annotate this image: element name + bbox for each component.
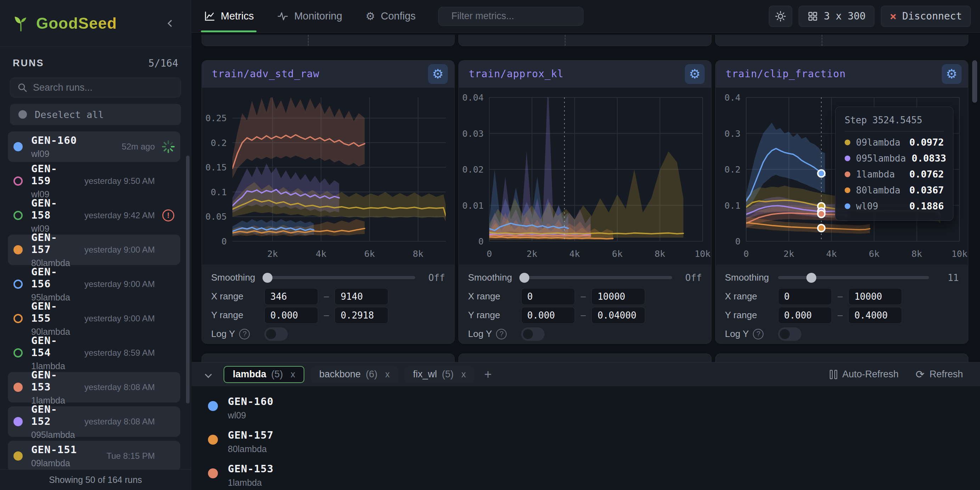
run-name: GEN-151 [31,444,77,456]
sidebar-collapse-button[interactable] [164,16,178,30]
y-range-label: Y range [211,310,264,321]
spinner-icon [161,140,175,154]
tag-run-item[interactable]: GEN-1531lambda [208,463,980,488]
run-row[interactable]: GEN-152095lambdayesterday 8:08 AM [8,406,180,437]
run-timestamp: 52m ago [122,142,155,152]
chevron-left-icon [168,20,175,27]
refresh-icon: ⟳ [916,369,924,380]
y-range-max-input[interactable] [334,307,388,324]
refresh-button[interactable]: ⟳ Refresh [916,369,963,380]
x-range-max-input[interactable] [848,288,902,305]
x-range-label: X range [725,291,778,302]
series-color-dot [845,204,850,209]
chart-settings-button[interactable]: ⚙ [942,64,962,84]
run-row[interactable]: GEN-158wl09yesterday 9:42 AM! [8,200,180,231]
log-y-row: Log Y? [725,325,959,343]
chart-controls: SmoothingOffX range–Y range–Log Y? [459,265,711,343]
remove-tag-icon[interactable]: x [385,369,390,379]
tag-run-item[interactable]: GEN-15780lambda [208,429,980,454]
run-row[interactable]: GEN-159wl09yesterday 9:50 AM [8,166,180,196]
y-range-min-input[interactable] [778,307,832,324]
svg-text:8k: 8k [413,249,423,259]
run-row[interactable]: GEN-160wl0952m ago [8,132,180,162]
x-range-min-input[interactable] [264,288,318,305]
smoothing-label: Smoothing [468,272,521,283]
smoothing-slider[interactable] [778,276,929,279]
tab-metrics[interactable]: Metrics [201,0,256,32]
run-info: GEN-158wl09 [31,197,76,234]
tag-run-item[interactable]: GEN-160wl09 [208,395,980,420]
run-row[interactable]: GEN-1541lambdayesterday 8:59 AM [8,338,180,368]
y-range-row: Y range– [725,306,959,325]
grid-size-button[interactable]: 3 x 300 [799,6,874,27]
topbar-actions: 3 x 300 × Disconnect [769,6,971,27]
run-row[interactable]: GEN-1531lambdayesterday 8:08 AM [8,372,180,402]
add-tag-button[interactable]: + [484,368,492,381]
log-y-toggle[interactable] [778,328,802,341]
auto-refresh-button[interactable]: Auto-Refresh [830,369,899,380]
chart-card-inner: train/approx_kl⚙02k4k6k8k10k00.010.020.0… [459,60,711,343]
svg-text:4k: 4k [316,249,326,259]
run-row[interactable]: GEN-15590lambdayesterday 9:00 AM [8,303,180,334]
run-meta: yesterday 9:50 AM [84,174,175,188]
run-row[interactable]: GEN-15109lambdaTue 8:15 PM [8,441,180,469]
y-range-min-input[interactable] [264,307,318,324]
run-name: GEN-157 [31,231,76,255]
runs-footer: Showing 50 of 164 runs [0,469,191,490]
x-range-min-input[interactable] [778,288,832,305]
run-color-dot [13,417,23,426]
deselect-all-button[interactable]: Deselect all [10,104,181,125]
main-scrollbar[interactable] [972,60,977,103]
run-name: GEN-155 [31,300,76,324]
log-y-toggle[interactable] [264,328,288,341]
runs-search-input[interactable] [33,82,173,93]
tab-configs[interactable]: ⚙ Configs [363,0,418,32]
tag-chip-fix_wl[interactable]: fix_wl(5)x [405,366,474,383]
chart-plot[interactable]: 02k4k6k8k10k00.010.020.030.04 [459,88,711,265]
close-icon: × [890,11,896,22]
remove-tag-icon[interactable]: x [291,369,296,379]
slider-knob[interactable] [807,273,816,283]
y-range-max-input[interactable] [848,307,902,324]
run-row[interactable]: GEN-15780lambdayesterday 9:00 AM [8,235,180,265]
tag-count: (5) [442,369,453,380]
tag-chip-backbone[interactable]: backbone(6)x [311,366,398,383]
remove-tag-icon[interactable]: x [461,369,466,379]
x-range-row: X range– [468,287,702,306]
y-range-min-input[interactable] [521,307,575,324]
log-y-label-group: Log Y? [725,328,778,339]
slider-knob[interactable] [262,273,272,283]
x-range-min-input[interactable] [521,288,575,305]
x-range-max-input[interactable] [334,288,388,305]
slider-knob[interactable] [519,273,529,283]
smoothing-value: Off [672,272,702,283]
x-range-max-input[interactable] [591,288,645,305]
run-list-scrollbar[interactable] [186,156,189,404]
chart-card-header: train/clip_fraction⚙ [716,60,968,88]
smoothing-slider[interactable] [521,276,672,279]
tag-chip-lambda[interactable]: lambda(5)x [224,366,304,383]
log-y-label: Log Y [725,328,749,339]
smoothing-label: Smoothing [725,272,778,283]
chart-card-header: train/approx_kl⚙ [459,60,711,88]
chart-plot[interactable]: 02k4k6k8k10k00.10.20.30.4Step 3524.54550… [716,88,968,265]
chart-card-stub [715,35,968,46]
theme-toggle-button[interactable] [769,6,792,27]
chart-settings-button[interactable]: ⚙ [428,64,448,84]
y-range-max-input[interactable] [591,307,645,324]
log-y-toggle[interactable] [521,328,544,341]
tooltip-divider [845,131,944,132]
svg-text:0.02: 0.02 [462,164,484,175]
disconnect-button[interactable]: × Disconnect [881,6,971,27]
tab-monitoring[interactable]: Monitoring [274,0,345,32]
smoothing-slider[interactable] [264,276,415,279]
x-range-label: X range [468,291,521,302]
metric-filter-input[interactable] [451,11,577,22]
range-dash: – [324,291,329,302]
svg-text:0.03: 0.03 [462,129,484,139]
run-row[interactable]: GEN-15695lambdayesterday 9:00 AM [8,269,180,299]
runs-selected-count: 5/164 [148,57,178,69]
chevron-down-icon[interactable] [205,371,212,378]
chart-plot[interactable]: 2k4k6k8k00.050.10.150.20.25 [202,88,454,265]
chart-settings-button[interactable]: ⚙ [685,64,705,84]
